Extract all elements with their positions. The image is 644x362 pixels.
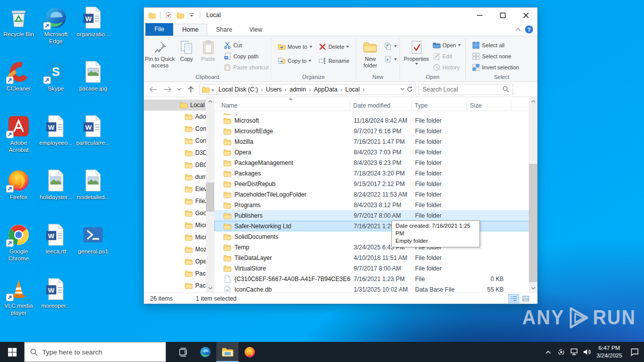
table-row-opera[interactable]: Opera 8/4/2023 7:03 PM File folder — [214, 147, 537, 157]
history-button[interactable]: History — [431, 62, 463, 73]
taskbar-clock[interactable]: 6:47 PM 3/24/2025 — [594, 344, 625, 359]
minimize-button[interactable] — [468, 8, 491, 23]
desktop-icon-pacase-jpg[interactable]: pacase.jpg — [74, 58, 112, 113]
taskbar-edge-icon[interactable] — [194, 342, 216, 362]
taskbar-firefox-icon[interactable] — [238, 342, 261, 362]
table-row-iconcache-db[interactable]: IconCache.db 1/31/2025 10:02 AM Data Bas… — [214, 284, 537, 293]
properties-button[interactable]: Properties — [403, 38, 431, 66]
breadcrumb-item-admin[interactable]: admin — [287, 86, 309, 93]
tree-scrollbar[interactable] — [206, 97, 214, 293]
desktop-icon-microsoft-edge[interactable]: Microsoft Edge — [37, 4, 74, 58]
new-item-button[interactable] — [383, 40, 398, 53]
new-folder-button[interactable]: New folder — [358, 38, 383, 69]
forward-button[interactable] — [162, 84, 173, 95]
tree-scrollbar-thumb[interactable] — [206, 183, 214, 212]
desktop-icon-google-chrome[interactable]: Google Chrome — [0, 221, 37, 276]
tree-item-elevate-6[interactable]: Elevate — [144, 183, 214, 195]
taskbar-file-explorer-icon[interactable] — [216, 342, 238, 362]
table-row-placeholdertilelogofolder[interactable]: PlaceholderTileLogoFolder 8/24/2022 11:5… — [214, 189, 537, 200]
refresh-icon[interactable] — [407, 86, 413, 93]
column-header-size[interactable]: Size — [467, 100, 511, 111]
table-row-temp[interactable]: Temp 3/24/2025 6:43 PM File folder — [214, 242, 537, 252]
table-row-packagemanagement[interactable]: PackageManagement 8/4/2023 6:23 PM File … — [214, 157, 537, 168]
desktop-icon-organizatio[interactable]: W organizatio... — [74, 4, 112, 58]
tree-item-dummy-5[interactable]: dummy — [144, 171, 214, 183]
tree-item-d3dsc-3[interactable]: D3DSC — [144, 147, 214, 159]
back-button[interactable] — [148, 84, 159, 95]
tab-file[interactable]: File — [145, 23, 173, 36]
desktop-icon-general-ps1[interactable]: general.ps1 — [74, 221, 112, 276]
table-row-c310c6ef-5667-4a0b-a41f-7b94ce3e69[interactable]: {C310C6EF-5667-4A0B-A41F-7B94CE3E69... 7… — [214, 274, 537, 284]
breadcrumb-item-local[interactable]: Local — [343, 86, 362, 93]
tree-item-comm-1[interactable]: Comm — [144, 123, 214, 135]
scroll-down-icon[interactable] — [206, 284, 214, 293]
address-field[interactable]: « Local Disk (C:) › Users › admin › AppD… — [199, 84, 416, 95]
breadcrumb-item-users[interactable]: Users — [263, 86, 284, 93]
table-row-publishers[interactable]: Publishers 9/7/2017 8:00 AM File folder — [214, 210, 537, 221]
table-row-mozilla[interactable]: Mozilla 7/16/2021 1:47 PM File folder — [214, 136, 537, 147]
table-row-microsoft[interactable]: Microsoft 11/18/2024 8:42 AM File folder — [214, 115, 537, 126]
desktop-icon-moreoper[interactable]: W moreoper... — [37, 276, 74, 330]
file-list-scrollbar[interactable] — [529, 97, 537, 293]
desktop-icon-particularre[interactable]: W particularre... — [74, 113, 112, 167]
tray-update-icon[interactable] — [554, 342, 568, 362]
desktop-icon-leeca-rtf[interactable]: W leeca.rtf — [37, 221, 74, 276]
delete-button[interactable]: Delete — [316, 40, 352, 54]
desktop-icon-skype[interactable]: S Skype — [37, 58, 74, 113]
new-folder-qat-icon[interactable] — [176, 11, 185, 20]
start-button[interactable] — [0, 342, 24, 362]
help-icon[interactable]: ? — [525, 25, 533, 34]
copy-to-button[interactable]: Copy to — [276, 54, 314, 68]
table-row-tiledatalayer[interactable]: TileDataLayer 4/10/2018 11:51 AM File fo… — [214, 252, 537, 263]
tree-item-micros-10[interactable]: Micros — [144, 231, 214, 243]
task-view-button[interactable] — [172, 342, 194, 362]
paste-button[interactable]: Paste — [197, 38, 219, 63]
tree-item-connec-2[interactable]: Connec — [144, 135, 214, 147]
tab-share[interactable]: Share — [207, 24, 240, 36]
scroll-down-icon[interactable] — [529, 284, 537, 293]
easy-access-button[interactable] — [383, 53, 398, 66]
invert-selection-button[interactable]: Invert selection — [470, 62, 521, 73]
tree-item-packag-14[interactable]: Packag — [144, 280, 214, 292]
up-button[interactable] — [185, 84, 196, 95]
tree-item-adobe-0[interactable]: Adobe — [144, 111, 214, 123]
tree-item-filezilla-7[interactable]: FileZilla — [144, 195, 214, 207]
tray-volume-icon[interactable] — [581, 342, 594, 362]
scroll-up-icon[interactable] — [529, 97, 537, 106]
column-header-name[interactable]: Name — [214, 100, 350, 111]
column-header-date-modified[interactable]: Date modified — [350, 100, 412, 111]
tab-home[interactable]: Home — [173, 24, 207, 36]
column-header-type[interactable]: Type — [412, 100, 467, 111]
pin-to-quick-access-button[interactable]: Pin to Quick access — [144, 38, 176, 69]
details-view-button[interactable] — [508, 294, 519, 303]
table-row-virtualstore[interactable]: VirtualStore 9/7/2017 8:00 AM File folde… — [214, 263, 537, 274]
scroll-up-icon[interactable] — [206, 97, 214, 106]
table-row-packages[interactable]: Packages 7/18/2024 3:20 PM File folder — [214, 168, 537, 178]
tray-network-icon[interactable] — [568, 342, 581, 362]
table-row-programs[interactable]: Programs 8/4/2023 8:12 PM File folder — [214, 200, 537, 210]
desktop-icon-rssdetailed[interactable]: rssdetailed... — [74, 167, 112, 221]
select-none-button[interactable]: Select none — [470, 51, 513, 62]
tree-item-dbg-4[interactable]: DBG — [144, 159, 214, 171]
desktop-icon-firefox[interactable]: Firefox — [0, 167, 37, 221]
open-button[interactable]: Open — [431, 40, 463, 51]
breadcrumb-item-appdata[interactable]: AppData — [311, 86, 340, 93]
copy-path-button[interactable]: Copy path — [221, 51, 271, 62]
desktop-icon-ccleaner[interactable]: CCleaner — [0, 58, 37, 113]
table-row-safer-networking-ltd[interactable]: Safer-Networking Ltd 7/16/2021 1:25 PM F… — [214, 221, 537, 231]
desktop-icon-vlc-media-player[interactable]: VLC media player — [0, 276, 37, 330]
taskbar-search-input[interactable]: Type here to search — [24, 342, 166, 362]
tree-item-mozilla-11[interactable]: Mozilla — [144, 243, 214, 255]
large-icons-view-button[interactable] — [520, 294, 531, 303]
copy-button[interactable]: Copy — [176, 38, 197, 63]
folder-icon[interactable] — [147, 11, 156, 20]
table-row-soliddocuments[interactable]: SolidDocuments File folder — [214, 231, 537, 242]
paste-shortcut-button[interactable]: Paste shortcut — [221, 62, 271, 73]
close-button[interactable] — [514, 8, 537, 23]
desktop-icon-holidaystor[interactable]: holidaystor... — [37, 167, 74, 221]
address-dropdown-chevron-icon[interactable] — [400, 88, 405, 90]
tray-chevron-up-icon[interactable] — [541, 342, 554, 362]
tree-item-google-8[interactable]: Google — [144, 207, 214, 219]
maximize-button[interactable] — [491, 8, 514, 23]
customize-qat-chevron-icon[interactable] — [187, 11, 196, 20]
